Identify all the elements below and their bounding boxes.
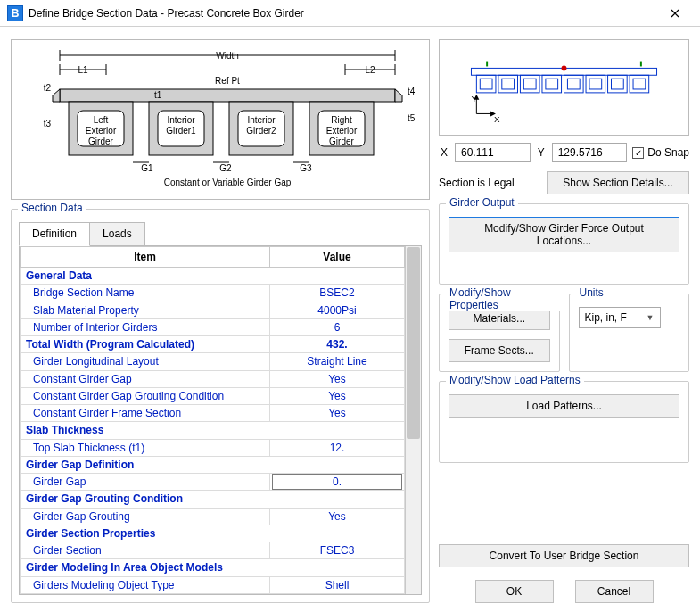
window-title: Define Bridge Section Data - Precast Con… (29, 7, 657, 20)
grid-item-value[interactable]: Shell (270, 576, 405, 594)
section-data-fieldset: Section Data Definition Loads Item Value (11, 209, 430, 603)
table-row[interactable]: Girder SectionFSEC3 (21, 542, 405, 559)
svg-text:Exterior: Exterior (86, 126, 117, 136)
table-row[interactable]: Bridge Section NameBSEC2 (21, 285, 405, 302)
table-row[interactable]: Girder Longitudinal LayoutStraight Line (21, 353, 405, 370)
svg-text:G3: G3 (300, 163, 312, 173)
svg-text:Girder: Girder (88, 136, 113, 146)
grid-item-value[interactable]: BSEC2 (270, 285, 405, 302)
svg-rect-53 (523, 79, 536, 89)
table-row[interactable]: General Data (21, 268, 405, 285)
do-snap-checkbox[interactable]: ✓ Do Snap (632, 146, 689, 159)
grid-item-value[interactable]: 432. (270, 336, 405, 353)
modify-props-legend: Modify/Show Properties (446, 286, 560, 311)
grid-item-value (270, 474, 405, 491)
convert-button[interactable]: Convert To User Bridge Section (439, 544, 689, 567)
grid-item-label: Constant Girder Frame Section (21, 405, 270, 422)
table-row[interactable]: Slab Material Property4000Psi (21, 302, 405, 318)
modify-props-fieldset: Modify/Show Properties Materials... Fram… (439, 294, 560, 372)
table-row[interactable]: Constant Girder Frame SectionYes (21, 405, 405, 422)
y-input[interactable] (552, 143, 628, 162)
table-row[interactable]: Number of Interior Girders6 (21, 318, 405, 335)
close-button[interactable] (657, 1, 693, 26)
table-row[interactable]: Girders Modeling Object TypeShell (21, 576, 405, 594)
table-row[interactable]: Slab Thickness (21, 422, 405, 439)
grid-item-label: Girder Gap (21, 474, 270, 491)
tab-definition[interactable]: Definition (19, 222, 90, 246)
grid-header-item: Item (21, 247, 270, 268)
units-select[interactable]: Kip, in, F ▼ (579, 307, 661, 328)
section-preview-panel[interactable]: Y X (439, 39, 689, 136)
grid-item-label: Number of Interior Girders (21, 318, 270, 335)
table-row[interactable]: Constant Girder Gap Grouting ConditionYe… (21, 387, 405, 404)
svg-text:Interior: Interior (167, 115, 195, 125)
x-label: X (439, 146, 449, 159)
svg-text:t5: t5 (408, 113, 416, 123)
svg-text:Y: Y (471, 94, 477, 103)
grid-item-value[interactable]: Yes (270, 508, 405, 525)
section-legal-text: Section is Legal (439, 177, 538, 189)
frame-sects-button[interactable]: Frame Sects... (449, 339, 550, 362)
svg-rect-59 (589, 79, 602, 89)
table-row[interactable]: Girder Gap (21, 474, 405, 491)
svg-rect-51 (502, 79, 515, 89)
property-grid[interactable]: Item Value General DataBridge Section Na… (20, 246, 405, 594)
svg-text:t3: t3 (44, 119, 52, 128)
svg-rect-14 (60, 89, 395, 102)
chevron-down-icon: ▼ (646, 313, 655, 322)
grid-item-value[interactable]: Yes (270, 405, 405, 422)
ok-button[interactable]: OK (475, 580, 554, 603)
svg-rect-62 (630, 75, 649, 93)
grid-item-label: Top Slab Thickness (t1) (21, 439, 270, 456)
table-row[interactable]: Girder Gap Grouting Condition (21, 491, 405, 508)
svg-rect-61 (612, 79, 624, 89)
table-row[interactable]: Girder Gap Definition (21, 456, 405, 473)
load-patterns-button[interactable]: Load Patterns... (449, 394, 679, 418)
grid-item-value[interactable]: 6 (270, 318, 405, 335)
svg-text:Ref Pt: Ref Pt (215, 76, 240, 86)
svg-text:Girder1: Girder1 (166, 126, 196, 136)
app-icon: B (7, 5, 23, 21)
tab-loads[interactable]: Loads (90, 222, 145, 246)
svg-text:Left: Left (94, 115, 109, 125)
table-row[interactable]: Total Width (Program Calculated)432. (21, 336, 405, 353)
x-input[interactable] (455, 143, 531, 162)
load-patterns-legend: Modify/Show Load Patterns (446, 374, 584, 386)
close-icon (671, 9, 679, 18)
grid-item-value[interactable]: Yes (270, 387, 405, 404)
scrollbar-thumb[interactable] (407, 247, 420, 439)
svg-marker-15 (53, 89, 60, 102)
girder-output-button[interactable]: Modify/Show Girder Force Output Location… (449, 217, 679, 252)
svg-rect-55 (546, 79, 558, 89)
svg-rect-54 (542, 75, 562, 93)
grid-edit-input[interactable] (272, 474, 402, 490)
svg-rect-56 (564, 75, 584, 93)
svg-marker-16 (395, 89, 402, 102)
units-fieldset: Units Kip, in, F ▼ (569, 294, 690, 372)
grid-item-value[interactable]: 12. (270, 439, 405, 456)
table-row[interactable]: Girder Gap GroutingYes (21, 508, 405, 525)
svg-rect-60 (608, 75, 628, 93)
svg-text:t1: t1 (154, 90, 162, 100)
svg-text:L2: L2 (365, 65, 375, 75)
table-row[interactable]: Constant Girder GapYes (21, 370, 405, 387)
girder-output-fieldset: Girder Output Modify/Show Girder Force O… (439, 203, 689, 285)
svg-text:t4: t4 (408, 87, 416, 96)
cancel-button[interactable]: Cancel (575, 580, 654, 603)
svg-text:t2: t2 (44, 83, 52, 93)
svg-rect-58 (586, 75, 605, 93)
grid-item-value[interactable]: FSEC3 (270, 542, 405, 559)
table-row[interactable]: Girder Modeling In Area Object Models (21, 559, 405, 576)
svg-text:Width: Width (216, 51, 239, 61)
grid-item-label: Girder Gap Grouting (21, 508, 270, 525)
grid-item-value[interactable]: Straight Line (270, 353, 405, 370)
grid-item-value[interactable]: Yes (270, 370, 405, 387)
svg-rect-52 (520, 75, 539, 93)
scrollbar-vertical[interactable] (405, 246, 421, 594)
show-section-details-button[interactable]: Show Section Details... (547, 171, 689, 194)
table-row[interactable]: Top Slab Thickness (t1)12. (21, 439, 405, 456)
grid-section-header: Girder Gap Definition (21, 456, 405, 473)
table-row[interactable]: Girder Section Properties (21, 525, 405, 542)
svg-text:G2: G2 (219, 163, 232, 173)
grid-item-value[interactable]: 4000Psi (270, 302, 405, 318)
